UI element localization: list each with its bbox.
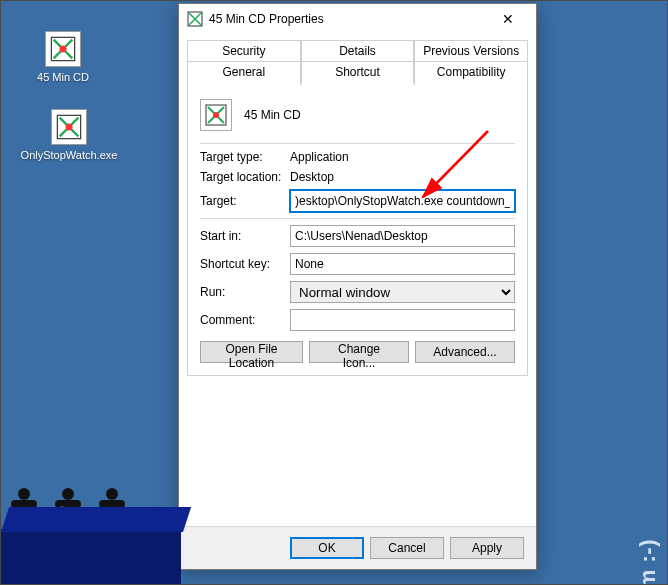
target-label: Target:	[200, 194, 290, 208]
start-in-label: Start in:	[200, 229, 290, 243]
target-location-value: Desktop	[290, 170, 515, 184]
target-type-value: Application	[290, 150, 515, 164]
shortcut-name: 45 Min CD	[244, 108, 301, 122]
comment-input[interactable]	[290, 309, 515, 331]
tab-security[interactable]: Security	[187, 40, 301, 61]
comment-label: Comment:	[200, 313, 290, 327]
desktop-icon-label: 45 Min CD	[27, 71, 99, 83]
shortcut-icon	[45, 31, 81, 67]
shortcut-panel: 45 Min CD Target type: Application Targe…	[187, 84, 528, 376]
target-type-label: Target type:	[200, 150, 290, 164]
advanced-button[interactable]: Advanced...	[415, 341, 515, 363]
window-icon	[187, 11, 203, 27]
exe-icon	[51, 109, 87, 145]
shortcut-key-label: Shortcut key:	[200, 257, 290, 271]
tab-shortcut[interactable]: Shortcut	[301, 61, 415, 85]
desktop-icon-45-min-cd[interactable]: 45 Min CD	[27, 31, 99, 83]
properties-window: 45 Min CD Properties ✕ Security Details …	[178, 3, 537, 570]
start-in-input[interactable]	[290, 225, 515, 247]
run-label: Run:	[200, 285, 290, 299]
svg-point-6	[213, 112, 219, 118]
titlebar[interactable]: 45 Min CD Properties ✕	[179, 4, 536, 34]
shortcut-key-input[interactable]	[290, 253, 515, 275]
desktop-icon-onlystopwatch[interactable]: OnlyStopWatch.exe	[13, 109, 125, 161]
shortcut-large-icon	[200, 99, 232, 131]
score-scene: 8 7 9	[1, 489, 181, 584]
close-button[interactable]: ✕	[488, 5, 528, 33]
run-select[interactable]: Normal window	[290, 281, 515, 303]
apply-button[interactable]: Apply	[450, 537, 524, 559]
tab-previous-versions[interactable]: Previous Versions	[414, 40, 528, 61]
svg-point-3	[66, 124, 73, 131]
tab-general[interactable]: General	[187, 61, 301, 85]
cancel-button[interactable]: Cancel	[370, 537, 444, 559]
tab-compatibility[interactable]: Compatibility	[414, 61, 528, 85]
target-input[interactable]	[290, 190, 515, 212]
desktop-icon-label: OnlyStopWatch.exe	[13, 149, 125, 161]
open-file-location-button[interactable]: Open File Location	[200, 341, 303, 363]
watermark-text: www.SoftwareOK.com :-)	[635, 539, 661, 585]
window-title: 45 Min CD Properties	[209, 12, 488, 26]
target-location-label: Target location:	[200, 170, 290, 184]
svg-point-1	[60, 46, 67, 53]
change-icon-button[interactable]: Change Icon...	[309, 341, 409, 363]
ok-button[interactable]: OK	[290, 537, 364, 559]
close-icon: ✕	[502, 11, 514, 27]
tab-details[interactable]: Details	[301, 40, 415, 61]
